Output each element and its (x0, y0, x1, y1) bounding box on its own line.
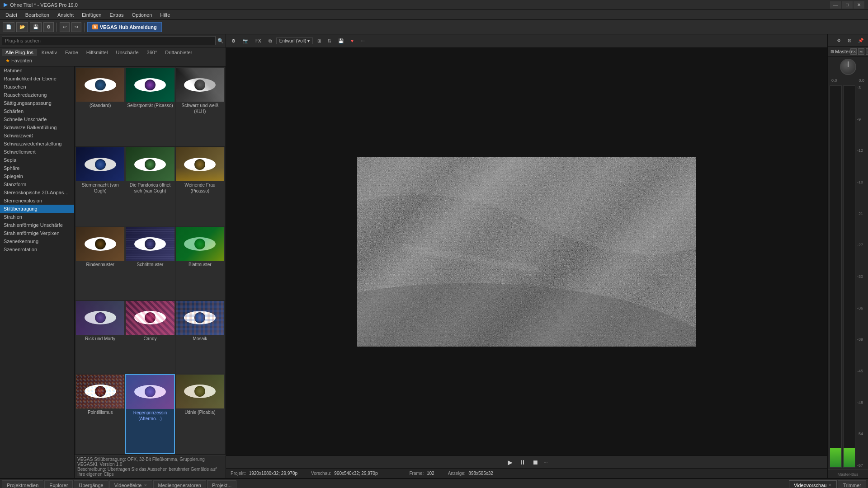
render-button[interactable]: ⚙ (43, 22, 54, 32)
plugin-thumb-regenprinzessin[interactable]: Regenprinzessin (Aftermo…) (125, 374, 175, 454)
tab-videoeffekte[interactable]: Videoeffekte ✕ (109, 480, 152, 488)
list-item-strahlenfoermige-unschaerfe[interactable]: Strahlenförmige Unschärfe (0, 221, 74, 229)
save-button[interactable]: 💾 (30, 22, 42, 32)
list-item-schwarzweiss[interactable]: Schwarzweiß (0, 131, 74, 140)
list-item-szenerkennung[interactable]: Szenerkennung (0, 237, 74, 245)
preview-copy-button[interactable]: ⎘ (326, 37, 334, 46)
list-item-saettigung[interactable]: Sättigungsanpassung (0, 99, 74, 107)
list-item-rauschen[interactable]: Rauschen (0, 83, 74, 91)
master-pin-icon[interactable]: 📌 (855, 36, 866, 45)
tab-explorer[interactable]: Explorer (44, 480, 73, 488)
list-item-strahlenfoermige-verpixen[interactable]: Strahlenförmige Verpixen (0, 229, 74, 237)
plugin-thumb-schrift[interactable]: Schriftmuster (125, 226, 175, 300)
menu-einfuegen[interactable]: Einfügen (78, 11, 105, 19)
menu-extras[interactable]: Extras (106, 11, 127, 19)
master-settings-icon[interactable]: ⚙ (834, 36, 844, 45)
list-item-stereoskopisch[interactable]: Stereoskopische 3D-Anpassung (0, 188, 74, 197)
menu-optionen[interactable]: Optionen (128, 11, 156, 19)
plugin-thumb-candy[interactable]: Candy (125, 300, 175, 374)
list-item-rauschreduzierung[interactable]: Rauschreduzierung (0, 91, 74, 99)
category-favoriten[interactable]: ★ Favoriten (2, 57, 36, 65)
plugin-label-weinende: Weinende Frau (Picasso) (176, 181, 224, 196)
list-item-sepia[interactable]: Sepia (0, 156, 74, 164)
tab-uebergaenge[interactable]: Übergänge (74, 480, 108, 488)
list-item-spiegeln[interactable]: Spiegeln (0, 172, 74, 180)
meter-scale: -3 -9 -12 -18 -21 -27 -30 -36 -39 -45 -4… (857, 85, 866, 468)
master-fx-button[interactable]: FX (850, 48, 857, 55)
plugin-info-desc: Beschreibung: Übertragen Sie das Aussehe… (77, 467, 223, 477)
plugin-thumb-blatt[interactable]: Blattmuster (175, 226, 225, 300)
window-controls[interactable]: — □ ✕ (830, 1, 864, 9)
list-item-sphaere[interactable]: Sphäre (0, 164, 74, 172)
list-item-strahlen[interactable]: Strahlen (0, 213, 74, 221)
pause-button[interactable]: ⏸ (518, 458, 527, 467)
tab-videovorschau[interactable]: Videovorschau ✕ (789, 480, 837, 488)
list-item-stanzform[interactable]: Stanzform (0, 180, 74, 188)
preview-snap-button[interactable]: 📷 (240, 37, 251, 46)
master-m-button[interactable]: M (858, 48, 864, 55)
category-unschaerfe[interactable]: Unschärfe (112, 49, 142, 56)
plugin-thumb-standard[interactable]: (Standard) (75, 67, 125, 146)
plugin-label-standard: (Standard) (89, 102, 112, 110)
list-item-raeumlichkeit[interactable]: Räumlichkeit der Ebene (0, 75, 74, 83)
list-item-rahmen[interactable]: Rahmen (0, 66, 74, 75)
tab-trimmer[interactable]: Trimmer (838, 480, 866, 488)
tab-mediengeneratoren[interactable]: Mediengeneratoren (153, 480, 206, 488)
list-item-szenenrotation[interactable]: Szenenrotation (0, 245, 74, 253)
master-s-button[interactable]: S (866, 48, 868, 55)
menu-bearbeiten[interactable]: Bearbeiten (22, 11, 53, 19)
list-item-sternenexplosion[interactable]: Sternenexplosion (0, 197, 74, 205)
plugin-thumb-bw[interactable]: Schwarz und weiß (KLH) (175, 67, 225, 146)
plugin-thumb-mosaik[interactable]: Mosaik (175, 300, 225, 374)
preview-settings-button[interactable]: ⚙ (229, 37, 238, 46)
vegas-hub-button[interactable]: V VEGAS Hub Abmeldung (87, 22, 162, 32)
preview-save-button[interactable]: 💾 (335, 37, 346, 46)
preview-more-button[interactable]: ··· (358, 37, 367, 46)
undo-button[interactable]: ↩ (60, 22, 70, 32)
menu-hilfe[interactable]: Hilfe (156, 11, 174, 19)
title-bar: ▶ Ohne Titel * - VEGAS Pro 19.0 — □ ✕ (0, 0, 868, 10)
list-item-schnelle-unschaerfe[interactable]: Schnelle Unschärfe (0, 115, 74, 123)
maximize-button[interactable]: □ (842, 1, 853, 9)
category-farbe[interactable]: Farbe (61, 49, 82, 56)
plugin-thumb-pandorica[interactable]: Die Pandorica öffnet sich (van Gogh) (125, 147, 175, 226)
list-item-stiluebertragung[interactable]: Stilübertragung (0, 205, 74, 213)
plugin-thumb-udnie[interactable]: Udnie (Picabia) (175, 374, 225, 454)
menu-ansicht[interactable]: Ansicht (54, 11, 77, 19)
plugin-search-input[interactable] (2, 36, 216, 45)
master-size-icon[interactable]: ⊡ (845, 36, 854, 45)
plugin-thumb-weinende[interactable]: Weinende Frau (Picasso) (175, 147, 225, 226)
tab-projektmedien[interactable]: Projektmedien (2, 480, 43, 488)
preview-fx-button[interactable]: FX (253, 37, 264, 46)
play-button[interactable]: ▶ (505, 458, 514, 467)
category-360[interactable]: 360° (143, 49, 161, 56)
list-item-schwarze-balken[interactable]: Schwarze Balkenfüllung (0, 123, 74, 131)
list-item-schwarzwiederherstellung[interactable]: Schwarzwiederherstellung (0, 140, 74, 148)
new-button[interactable]: 📄 (3, 22, 14, 32)
tab-projekt[interactable]: Projekt... (207, 480, 236, 488)
preview-heart-button[interactable]: ♥ (348, 37, 356, 46)
category-drittanbieter[interactable]: Drittanbieter (161, 49, 196, 56)
plugin-thumb-rindenmuster[interactable]: Rindenmuster (75, 226, 125, 300)
list-item-schaerfen[interactable]: Schärfen (0, 107, 74, 115)
close-button[interactable]: ✕ (854, 1, 864, 9)
preview-mode-selector[interactable]: Entwurf (Voll) ▾ (276, 38, 313, 44)
preview-stabilize-button[interactable]: ⧉ (266, 37, 274, 46)
open-button[interactable]: 📂 (16, 22, 28, 32)
preview-grid-button[interactable]: ⊞ (315, 37, 324, 46)
stop-button[interactable]: ⏹ (531, 458, 540, 467)
list-item-schwellenwert[interactable]: Schwellenwert (0, 148, 74, 156)
category-hilfsmittel[interactable]: Hilfsmittel (83, 49, 112, 56)
plugin-thumb-selfportrait[interactable]: Selbstporträt (Picasso) (125, 67, 175, 146)
center-panel: ⚙ 📷 FX ⧉ Entwurf (Voll) ▾ ⊞ ⎘ 💾 ♥ ··· (226, 34, 827, 478)
plugin-thumb-pointillismus[interactable]: Pointillismus (75, 374, 125, 454)
tab-close-videoeffekte[interactable]: ✕ (144, 483, 147, 488)
menu-datei[interactable]: Datei (2, 11, 21, 19)
minimize-button[interactable]: — (830, 1, 841, 9)
plugin-thumb-rickmorty[interactable]: Rick und Morty (75, 300, 125, 374)
category-kreativ[interactable]: Kreativ (38, 49, 61, 56)
plugin-thumb-sternenacht[interactable]: Sternennacht (van Gogh) (75, 147, 125, 226)
redo-button[interactable]: ↪ (71, 22, 81, 32)
tab-close-videovorschau[interactable]: ✕ (828, 483, 832, 488)
category-all[interactable]: Alle Plug-Ins (2, 49, 37, 56)
